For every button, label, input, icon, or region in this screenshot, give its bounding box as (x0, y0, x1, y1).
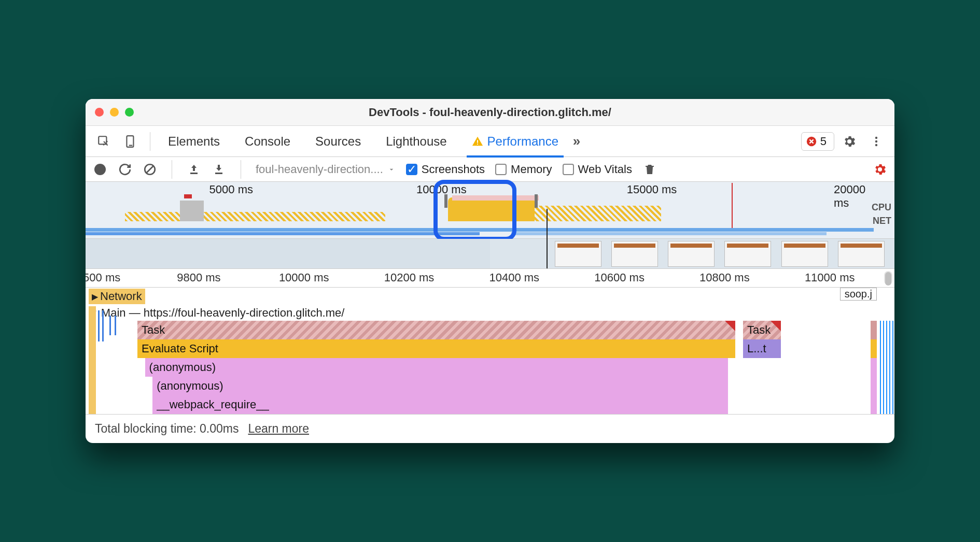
summary-footer: Total blocking time: 0.00ms Learn more (86, 414, 894, 443)
blocking-time-label: Total blocking time: 0.00ms (95, 422, 239, 436)
tab-performance[interactable]: Performance (469, 127, 562, 156)
record-button[interactable] (93, 162, 107, 177)
toggle-device-icon[interactable] (119, 130, 143, 153)
svg-rect-11 (190, 173, 198, 174)
save-profile-icon[interactable] (212, 162, 226, 177)
network-track-header[interactable]: ▶Network (86, 288, 894, 305)
tab-console[interactable]: Console (242, 127, 293, 156)
load-profile-icon[interactable] (187, 162, 201, 177)
horizontal-scrollbar[interactable] (884, 271, 892, 285)
error-icon (806, 136, 817, 147)
svg-point-7 (875, 140, 877, 142)
learn-more-link[interactable]: Learn more (248, 422, 309, 436)
webvitals-checkbox[interactable]: Web Vitals (563, 163, 632, 176)
tracks-area: ▶Network soop.j ▼ Main — https://foul-he… (86, 288, 894, 414)
reload-record-button[interactable] (118, 162, 132, 177)
clear-button[interactable] (143, 162, 157, 177)
svg-point-6 (875, 136, 877, 138)
minimize-window-button[interactable] (110, 108, 119, 117)
memory-checkbox[interactable]: Memory (495, 163, 552, 176)
tab-elements[interactable]: Elements (165, 127, 223, 156)
overview-net-label: NET (872, 214, 891, 227)
titlebar: DevTools - foul-heavenly-direction.glitc… (86, 99, 894, 126)
close-window-button[interactable] (95, 108, 104, 117)
tab-sources[interactable]: Sources (312, 127, 364, 156)
settings-icon[interactable] (837, 130, 861, 153)
frame-markers (89, 306, 130, 414)
svg-rect-4 (477, 144, 478, 145)
window-title: DevTools - foul-heavenly-direction.glitc… (86, 106, 894, 119)
tab-lighthouse[interactable]: Lighthouse (383, 127, 450, 156)
overview-timeline[interactable]: 5000 ms 10000 ms 15000 ms 20000 ms CPU N… (86, 182, 894, 239)
svg-rect-12 (215, 173, 222, 174)
trash-icon[interactable] (642, 162, 657, 177)
window-controls (86, 108, 134, 117)
page-select[interactable]: foul-heavenly-direction.... (256, 163, 396, 176)
flame-right-markers (880, 321, 894, 414)
more-tabs-button[interactable]: » (565, 130, 589, 153)
main-track-header[interactable]: ▼ Main — https://foul-heavenly-direction… (86, 305, 894, 321)
svg-point-8 (875, 144, 877, 146)
detail-ruler[interactable]: 500 ms 9800 ms 10000 ms 10200 ms 10400 m… (86, 269, 894, 288)
overview-cpu-label: CPU (872, 201, 891, 214)
panel-tabbar: Elements Console Sources Lighthouse Perf… (86, 126, 894, 157)
screenshots-strip[interactable] (86, 239, 894, 269)
flame-minicolumn (871, 321, 877, 414)
overview-tick: 15000 ms (627, 183, 677, 196)
svg-line-10 (147, 166, 153, 173)
inspect-icon[interactable] (92, 130, 116, 153)
chevron-down-icon (387, 165, 396, 174)
perf-toolbar: foul-heavenly-direction.... ✓Screenshots… (86, 157, 894, 182)
error-count-badge[interactable]: 5 (801, 132, 834, 151)
capture-settings-icon[interactable] (873, 162, 887, 177)
devtools-window: DevTools - foul-heavenly-direction.glitc… (86, 99, 894, 443)
overview-tick: 5000 ms (209, 183, 253, 196)
warning-icon (472, 136, 483, 147)
kebab-menu-icon[interactable] (864, 130, 888, 153)
flame-chart[interactable]: Task Task Evaluate Script L...t (anonymo… (137, 321, 894, 414)
screenshots-checkbox[interactable]: ✓Screenshots (406, 163, 485, 176)
overview-selection-annotation (433, 180, 516, 241)
panel-tabs: Elements Console Sources Lighthouse Perf… (165, 127, 562, 156)
svg-rect-3 (477, 140, 478, 143)
network-request-soop[interactable]: soop.j (840, 288, 877, 301)
zoom-window-button[interactable] (125, 108, 134, 117)
